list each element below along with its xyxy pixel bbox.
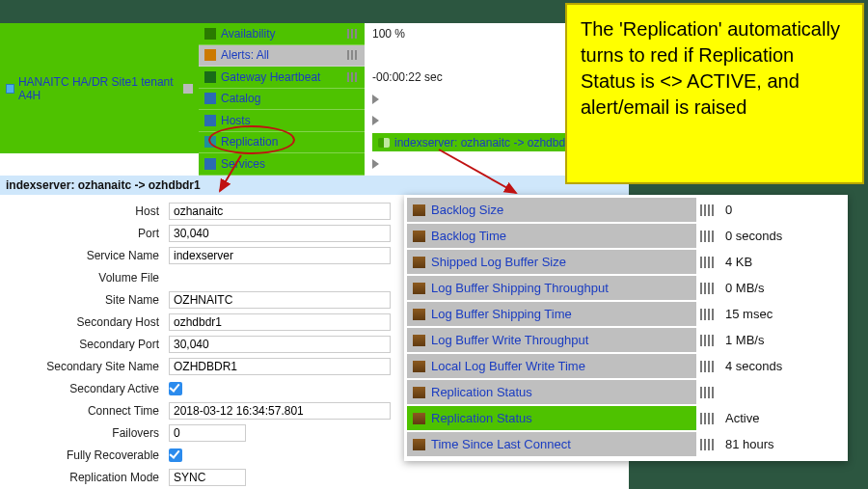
status-icon — [183, 84, 193, 94]
lbl-service: Service Name — [0, 245, 159, 267]
bars-icon — [700, 231, 714, 242]
building-icon — [413, 283, 425, 294]
nav-link[interactable]: Gateway Heartbeat — [221, 70, 347, 84]
metric-row: Backlog Time0 seconds — [407, 224, 845, 248]
lbl-connect: Connect Time — [0, 400, 159, 422]
service-field[interactable] — [169, 247, 391, 264]
metric-link[interactable]: Replication Status — [431, 385, 691, 399]
root-node[interactable]: HANAITC HA/DR Site1 tenant A4H — [0, 23, 199, 153]
failovers-field[interactable] — [169, 424, 246, 442]
metric-row: Log Buffer Shipping Throughput0 MB/s — [407, 276, 845, 300]
nav-link[interactable]: Alerts: All — [221, 48, 347, 62]
bars-icon — [347, 72, 359, 82]
secsite-field[interactable] — [169, 358, 391, 375]
metric-label-cell[interactable]: Replication Status — [407, 406, 696, 430]
building-icon — [413, 361, 425, 372]
heartbeat-icon — [204, 71, 216, 83]
lbl-replmode: Replication Mode — [0, 467, 159, 489]
nav-link[interactable]: Catalog — [221, 92, 359, 105]
metric-link[interactable]: Time Since Last Connect — [431, 437, 691, 451]
metric-row: Log Buffer Write Throughput1 MB/s — [407, 328, 845, 352]
metric-label-cell[interactable]: Log Buffer Write Throughput — [407, 328, 696, 352]
metric-link[interactable]: Shipped Log Buffer Size — [431, 255, 691, 269]
replication-child-link[interactable]: indexserver: ozhanaitc -> ozhdbdr1 — [394, 136, 576, 149]
metrics-panel: Backlog Size0Backlog Time0 secondsShippe… — [404, 195, 848, 461]
nav-item-services[interactable]: Services — [199, 153, 365, 176]
metric-label-cell[interactable]: Backlog Time — [407, 224, 696, 248]
root-link[interactable]: HANAITC HA/DR Site1 tenant A4H — [6, 75, 193, 102]
bars-icon — [700, 439, 714, 450]
lbl-site: Site Name — [0, 289, 159, 312]
metric-value: 15 msec — [721, 307, 773, 321]
metric-link[interactable]: Log Buffer Shipping Throughput — [431, 281, 691, 295]
metric-label-cell[interactable]: Shipped Log Buffer Size — [407, 250, 696, 274]
lbl-host: Host — [0, 201, 159, 223]
metric-row: Log Buffer Shipping Time15 msec — [407, 302, 845, 326]
lbl-secsite: Secondary Site Name — [0, 356, 159, 378]
bars-icon — [700, 283, 714, 294]
services-icon — [204, 158, 216, 170]
secondary-active-checkbox[interactable] — [169, 382, 182, 395]
metric-value: 1 MB/s — [721, 333, 764, 347]
bars-icon — [347, 29, 359, 39]
nav-item-alerts[interactable]: Alerts: All — [199, 45, 365, 68]
bars-icon — [347, 50, 359, 60]
metric-label-cell[interactable]: Replication Status — [407, 380, 696, 404]
sechost-field[interactable] — [169, 313, 391, 331]
connect-time-field[interactable] — [169, 402, 391, 420]
metric-link[interactable]: Local Log Buffer Write Time — [431, 359, 691, 373]
metric-link[interactable]: Log Buffer Shipping Time — [431, 307, 691, 321]
bars-icon — [700, 257, 714, 268]
nav-link[interactable]: Replication — [221, 135, 359, 149]
nav-item-gateway[interactable]: Gateway Heartbeat — [199, 67, 365, 89]
secport-field[interactable] — [169, 336, 391, 353]
replmode-field[interactable] — [169, 469, 246, 486]
metric-label-cell[interactable]: Log Buffer Shipping Time — [407, 302, 696, 326]
device-icon — [6, 84, 14, 94]
port-field[interactable] — [169, 225, 391, 242]
lbl-secactive: Secondary Active — [0, 378, 159, 400]
lbl-failovers: Failovers — [0, 422, 159, 445]
nav-item-catalog[interactable]: Catalog — [199, 89, 365, 111]
metric-row: Local Log Buffer Write Time4 seconds — [407, 354, 845, 378]
metric-link[interactable]: Log Buffer Write Throughput — [431, 333, 691, 347]
bars-icon — [700, 361, 714, 372]
chevron-right-icon — [372, 116, 379, 125]
host-field[interactable] — [169, 203, 391, 220]
replication-child-tag[interactable]: indexserver: ozhanaitc -> ozhdbdr1 — [372, 133, 596, 151]
nav-item-availability[interactable]: Availability — [199, 23, 365, 45]
nav-link[interactable]: Services — [221, 157, 359, 171]
nav-item-hosts[interactable]: Hosts — [199, 110, 365, 132]
metric-value: Active — [721, 411, 759, 425]
metric-value: 0 — [721, 203, 732, 217]
site-field[interactable] — [169, 291, 391, 309]
bars-icon — [700, 309, 714, 320]
replication-icon — [204, 136, 216, 148]
alert-icon — [204, 49, 216, 61]
building-icon — [413, 309, 425, 320]
check-icon — [204, 28, 216, 40]
nav-link[interactable]: Hosts — [221, 114, 359, 127]
lbl-recover: Fully Recoverable — [0, 445, 159, 467]
nav-item-replication[interactable]: Replication — [199, 132, 365, 154]
root-label: HANAITC HA/DR Site1 tenant A4H — [18, 75, 174, 102]
catalog-icon — [204, 93, 216, 104]
metric-label-cell[interactable]: Time Since Last Connect — [407, 432, 696, 456]
nav-link[interactable]: Availability — [221, 27, 347, 41]
metric-link[interactable]: Backlog Time — [431, 229, 691, 243]
lbl-secport: Secondary Port — [0, 334, 159, 356]
lbl-sechost: Secondary Host — [0, 312, 159, 334]
metric-label-cell[interactable]: Log Buffer Shipping Throughput — [407, 276, 696, 300]
metric-value: 4 seconds — [721, 359, 782, 373]
metric-label-cell[interactable]: Backlog Size — [407, 198, 696, 222]
building-icon — [413, 413, 425, 424]
metric-value: 0 MB/s — [721, 281, 764, 295]
chevron-right-icon — [372, 159, 379, 169]
metric-link[interactable]: Backlog Size — [431, 203, 691, 217]
metric-value: 81 hours — [721, 437, 774, 451]
metric-label-cell[interactable]: Local Log Buffer Write Time — [407, 354, 696, 378]
metric-link[interactable]: Replication Status — [431, 411, 691, 425]
metric-value: 0 seconds — [721, 229, 782, 243]
fully-recoverable-checkbox[interactable] — [169, 448, 182, 462]
building-icon — [413, 335, 425, 346]
